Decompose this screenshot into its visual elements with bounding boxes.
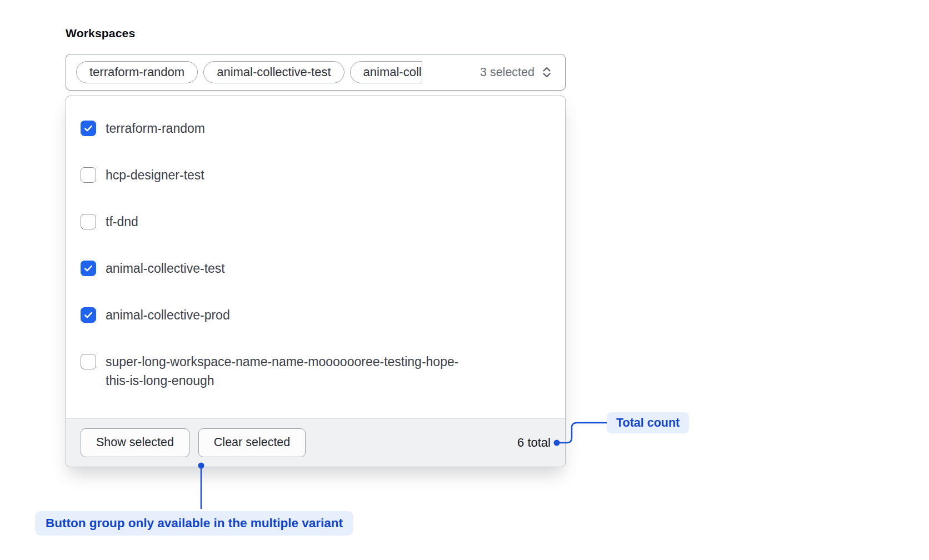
option-row[interactable]: animal-collective-test [66,245,565,292]
caret-up-down-icon[interactable] [540,65,554,79]
clear-selected-button[interactable]: Clear selected [198,428,306,457]
option-row[interactable]: tf-dnd [66,198,565,245]
selected-tag-clipped[interactable]: animal-collective-prod [350,61,422,83]
selected-tags-group: terraform-random animal-collective-test … [76,61,422,83]
total-count-annotation: Total count [607,412,689,433]
checkbox-unchecked-icon[interactable] [81,214,96,229]
selected-tag[interactable]: terraform-random [76,61,198,83]
button-group-connector-line [194,459,208,512]
checkbox-checked-icon[interactable] [81,261,96,276]
checkbox-checked-icon[interactable] [81,307,96,323]
button-group-annotation: Button group only available in the multi… [35,511,353,536]
checkbox-checked-icon[interactable] [81,121,96,136]
page: Workspaces terraform-random animal-colle… [0,0,929,560]
workspaces-options-dropdown: terraform-random hcp-designer-test tf-dn… [66,96,566,467]
total-count-text: 6 total [517,436,551,450]
workspaces-multiselect-trigger[interactable]: terraform-random animal-collective-test … [66,54,566,91]
option-label: terraform-random [106,119,205,138]
option-label: animal-collective-prod [106,306,230,324]
option-label: super-long-workspace-name-name-moooooore… [106,352,479,390]
total-count-connector-line [553,414,609,447]
options-list: terraform-random hcp-designer-test tf-dn… [66,96,565,418]
option-row[interactable]: hcp-designer-test [66,152,565,198]
dropdown-footer: Show selected Clear selected 6 total [66,418,565,467]
workspaces-field-label: Workspaces [66,27,135,40]
option-row[interactable]: animal-collective-prod [66,292,565,338]
option-row[interactable]: super-long-workspace-name-name-moooooore… [66,338,565,404]
option-label: animal-collective-test [106,259,225,278]
checkbox-unchecked-icon[interactable] [81,167,96,183]
show-selected-button[interactable]: Show selected [81,428,189,457]
option-label: tf-dnd [106,212,138,231]
selected-count-text: 3 selected [473,66,535,79]
checkbox-unchecked-icon[interactable] [81,354,96,369]
selected-tag[interactable]: animal-collective-test [203,61,344,83]
option-label: hcp-designer-test [106,166,204,184]
option-row[interactable]: terraform-random [66,105,565,152]
